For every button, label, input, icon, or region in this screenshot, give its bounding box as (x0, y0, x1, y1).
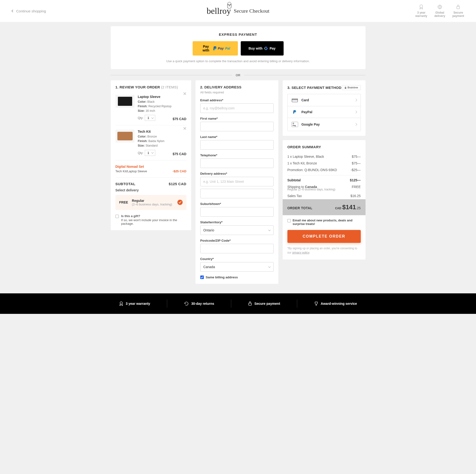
remove-item-button[interactable] (183, 127, 187, 130)
delivery-title: 2. DELIVERY ADDRESS (200, 85, 273, 89)
ribbon-icon (119, 301, 123, 306)
review-order-panel: 1. REVIEW YOUR ORDER (2 ITEMS) Laptop Sl… (111, 80, 191, 230)
braintree-badge: Braintree (342, 85, 361, 90)
gpay-button[interactable]: Buy with Pay (241, 41, 284, 55)
subtotal-row: SUBTOTAL $125 CAD (116, 178, 187, 188)
lastname-field[interactable] (200, 140, 273, 150)
address1-field[interactable] (200, 177, 273, 186)
svg-rect-2 (457, 6, 459, 9)
phone-label: Telephone* (200, 153, 273, 157)
svg-point-5 (264, 48, 265, 49)
promo-amount: -$25 CAD (173, 169, 187, 173)
summary-subtotal: Subtotal$125— (288, 175, 361, 183)
qty-select[interactable]: 1 (145, 115, 155, 121)
owl-icon (227, 2, 232, 9)
all-required-note: All fields required (200, 91, 273, 94)
email-field[interactable] (200, 103, 273, 113)
trust-badge-warranty: 3 yearwarranty (415, 4, 427, 18)
logo-area: bellroy Secure Checkout (207, 6, 270, 16)
address-label: Delivery address* (200, 172, 273, 175)
refresh-icon (184, 301, 189, 306)
chevron-right-icon (354, 110, 357, 113)
chevron-right-icon (354, 123, 357, 126)
cart-item: Laptop Sleeve Color: Black Finish: Recyc… (116, 91, 187, 125)
email-opt-checkbox[interactable] (288, 219, 291, 222)
or-divider: OR (111, 73, 366, 77)
remove-item-button[interactable] (183, 92, 187, 95)
gift-question: Is this a gift? (121, 214, 187, 218)
gift-option: Is this a gift? If so, we won't include … (116, 214, 187, 225)
chevron-right-icon (354, 99, 357, 101)
state-select[interactable]: Ontario (200, 225, 273, 235)
page-header: Continue shopping bellroy Secure Checkou… (0, 0, 476, 22)
payment-option-card[interactable]: Card (288, 94, 361, 106)
suburb-label: Suburb/town* (200, 202, 273, 206)
firstname-label: First name* (200, 117, 273, 120)
summary-title: ORDER SUMMARY (288, 145, 361, 149)
consent-text: *By signing up or placing an order, you'… (288, 246, 361, 255)
postcode-label: Postcode/ZIP Code* (200, 239, 273, 242)
svg-point-4 (265, 49, 266, 50)
footer-secure: Secure payment (248, 301, 280, 306)
checkbox-checked-icon (200, 275, 204, 279)
promo-block: Digital Nomad Set Tech Kit/Laptop Sleeve… (116, 160, 187, 178)
svg-rect-8 (292, 99, 298, 100)
order-summary-panel: ORDER SUMMARY 1 x Laptop Sleeve, Black$7… (283, 140, 366, 259)
paypal-button[interactable]: Pay with PayPal (193, 41, 238, 55)
lock-icon (456, 4, 461, 10)
country-select[interactable]: Canada (200, 262, 273, 272)
globe-icon (437, 4, 442, 10)
order-total: ORDER TOTAL CAD$141.25 (283, 199, 366, 215)
svg-point-3 (265, 47, 266, 48)
firstname-field[interactable] (200, 122, 273, 131)
item-price: $75 CAD (173, 152, 187, 156)
privacy-policy-link[interactable]: privacy policy (292, 251, 309, 254)
close-icon (183, 92, 187, 95)
item-name: Tech Kit (138, 130, 187, 133)
chevron-left-icon (11, 10, 14, 12)
cart-item: Tech Kit Color: Bronze Finish: Baida Nyl… (116, 125, 187, 160)
footer-returns: 30-day returns (184, 301, 214, 306)
express-title: EXPRESS PAYMENT (117, 32, 359, 36)
svg-rect-6 (345, 88, 346, 89)
complete-order-button[interactable]: COMPLETE ORDER (288, 230, 361, 243)
gift-checkbox[interactable] (116, 215, 119, 218)
summary-line: 1 x Laptop Sleeve, Black$75— (288, 153, 361, 160)
address2-field[interactable] (200, 189, 273, 198)
summary-line: 1 x Tech Kit, Bronze$75— (288, 160, 361, 166)
continue-shopping-link[interactable]: Continue shopping (12, 9, 46, 13)
phone-field[interactable] (200, 159, 273, 168)
select-delivery-label: Select delivery (116, 188, 187, 192)
country-label: Country* (200, 257, 273, 261)
promo-name: Digital Nomad Set (116, 165, 187, 168)
item-price: $75 CAD (173, 117, 187, 121)
svg-point-9 (120, 302, 122, 304)
brand-logo: bellroy (207, 6, 231, 16)
footer-warranty: 3 year warranty (119, 301, 150, 306)
trust-badges: 3 yearwarranty Globaldelivery Securepaym… (415, 4, 464, 18)
lock-icon (248, 301, 252, 306)
product-image (116, 95, 135, 108)
summary-line: Promotion: Q-BUNDL-DNS-93KD-$25— (288, 166, 361, 173)
secure-checkout-label: Secure Checkout (234, 8, 270, 14)
google-icon (264, 46, 268, 51)
ribbon-icon (419, 4, 424, 10)
card-icon (291, 98, 298, 102)
continue-shopping-label: Continue shopping (16, 9, 46, 13)
payment-title: 3. SELECT PAYMENT METHOD (288, 86, 341, 90)
postcode-field[interactable] (200, 244, 273, 253)
payment-option-paypal[interactable]: PayPal (288, 106, 361, 118)
product-image (116, 130, 135, 143)
payment-option-gpay[interactable]: G Pay Google Pay (288, 118, 361, 131)
close-icon (183, 127, 187, 130)
delivery-address-panel: 2. DELIVERY ADDRESS All fields required … (195, 80, 278, 284)
gpay-icon: G Pay (291, 122, 298, 127)
shipping-sub: Regular (2–6 business days, tracking) (288, 188, 361, 191)
qty-select[interactable]: 1 (145, 150, 155, 156)
suburb-field[interactable] (200, 207, 273, 217)
state-label: State/territory* (200, 220, 273, 224)
paypal-icon (213, 46, 217, 51)
summary-tax: Sales Tax$16.25 (288, 193, 361, 199)
delivery-option-regular[interactable]: FREE Regular (2–6 business days, trackin… (116, 195, 187, 210)
same-billing-row[interactable]: Same billing address (200, 275, 273, 279)
